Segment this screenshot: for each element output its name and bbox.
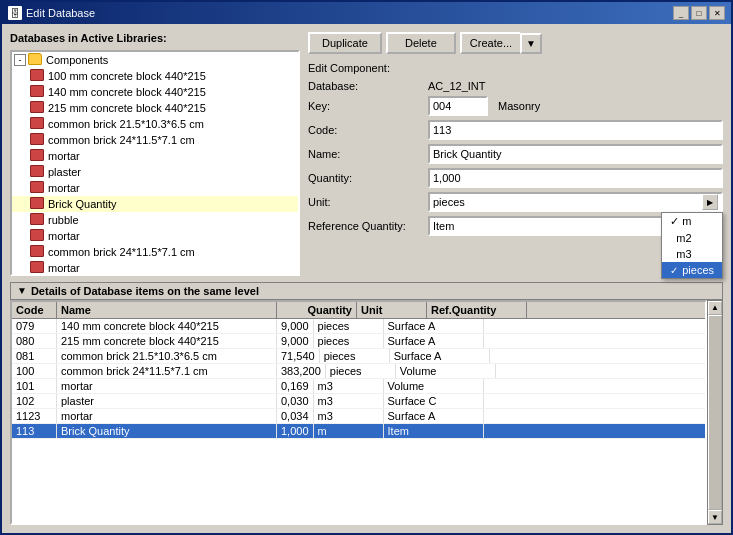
table-cell-unit: m3 xyxy=(314,409,384,423)
key-label: Key: xyxy=(308,100,428,112)
table-cell-code: 1123 xyxy=(12,409,57,423)
tree-item-label: mortar xyxy=(48,182,80,194)
table-row[interactable]: 079140 mm concrete block 440*2159,000pie… xyxy=(12,319,705,334)
tree-root-item[interactable]: - Components xyxy=(12,52,298,68)
duplicate-button[interactable]: Duplicate xyxy=(308,32,382,54)
name-input[interactable] xyxy=(428,144,723,164)
unit-select[interactable]: pieces ▶ xyxy=(428,192,723,212)
unit-dropdown-arrow[interactable]: ▶ xyxy=(702,194,718,210)
col-header-refqty: Ref.Quantity xyxy=(427,302,527,318)
key-row: Key: Masonry xyxy=(308,96,723,116)
tree-item[interactable]: 140 mm concrete block 440*215 xyxy=(12,84,298,100)
maximize-button[interactable]: □ xyxy=(691,6,707,20)
tree-item[interactable]: plaster xyxy=(12,164,298,180)
details-header-label: Details of Database items on the same le… xyxy=(31,285,259,297)
tree-item-icon xyxy=(30,213,46,227)
table-scrollbar[interactable]: ▲ ▼ xyxy=(707,300,723,526)
tree-item[interactable]: rubble xyxy=(12,212,298,228)
code-input[interactable] xyxy=(428,120,723,140)
table-cell-code: 079 xyxy=(12,319,57,333)
tree-item[interactable]: 100 mm concrete block 440*215 xyxy=(12,68,298,84)
scroll-thumb[interactable] xyxy=(708,315,722,511)
table-body[interactable]: 079140 mm concrete block 440*2159,000pie… xyxy=(12,319,705,524)
ref-quantity-label: Reference Quantity: xyxy=(308,220,428,232)
table-row[interactable]: 101mortar0,169m3Volume xyxy=(12,379,705,394)
unit-option-m3[interactable]: m3 xyxy=(662,246,722,262)
tree-item-icon xyxy=(30,197,46,211)
tree-item[interactable]: Brick Quantity xyxy=(12,196,298,212)
tree-item-label: Brick Quantity xyxy=(48,198,116,210)
tree-item[interactable]: mortar xyxy=(12,260,298,276)
unit-option-m2[interactable]: m2 xyxy=(662,230,722,246)
key-extra: Masonry xyxy=(498,100,540,112)
tree-item-icon xyxy=(30,117,46,131)
table-row[interactable]: 113Brick Quantity1,000mItem xyxy=(12,424,705,439)
unit-option-pieces[interactable]: pieces xyxy=(662,262,722,278)
tree-item-label: rubble xyxy=(48,214,79,226)
table-row[interactable]: 1123mortar0,034m3Surface A xyxy=(12,409,705,424)
table-wrapper: Code Name Quantity Unit Ref.Quantity 079… xyxy=(10,300,723,526)
table-cell-unit: pieces xyxy=(326,364,396,378)
window-icon: 🗄 xyxy=(8,6,22,20)
table-cell-code: 113 xyxy=(12,424,57,438)
table-cell-quantity: 0,030 xyxy=(277,394,314,408)
key-input[interactable] xyxy=(428,96,488,116)
table-container: Code Name Quantity Unit Ref.Quantity 079… xyxy=(10,300,707,526)
table-cell-refqty: Surface A xyxy=(384,319,484,333)
table-cell-code: 080 xyxy=(12,334,57,348)
tree-item[interactable]: common brick 21.5*10.3*6.5 cm xyxy=(12,116,298,132)
unit-label: Unit: xyxy=(308,196,428,208)
scroll-up-button[interactable]: ▲ xyxy=(708,301,722,315)
table-cell-code: 101 xyxy=(12,379,57,393)
table-cell-name: 215 mm concrete block 440*215 xyxy=(57,334,277,348)
table-row[interactable]: 080215 mm concrete block 440*2159,000pie… xyxy=(12,334,705,349)
tree-item[interactable]: common brick 24*11.5*7.1 cm xyxy=(12,132,298,148)
database-row: Database: AC_12_INT xyxy=(308,80,723,92)
table-cell-refqty: Volume xyxy=(396,364,496,378)
delete-button[interactable]: Delete xyxy=(386,32,456,54)
tree-item-label: 100 mm concrete block 440*215 xyxy=(48,70,206,82)
close-button[interactable]: ✕ xyxy=(709,6,725,20)
tree-items-container: 100 mm concrete block 440*215140 mm conc… xyxy=(12,68,298,276)
window-content: Databases in Active Libraries: - Compone… xyxy=(2,24,731,533)
table-cell-name: mortar xyxy=(57,379,277,393)
quantity-label: Quantity: xyxy=(308,172,428,184)
table-cell-name: 140 mm concrete block 440*215 xyxy=(57,319,277,333)
tree-item[interactable]: mortar xyxy=(12,180,298,196)
expand-button[interactable]: - xyxy=(14,54,26,66)
col-header-quantity: Quantity xyxy=(277,302,357,318)
tree-item-label: plaster xyxy=(48,166,81,178)
details-header[interactable]: ▼ Details of Database items on the same … xyxy=(10,282,723,300)
create-dropdown-button[interactable]: ▼ xyxy=(520,33,542,54)
window-title: Edit Database xyxy=(26,7,95,19)
scroll-down-button[interactable]: ▼ xyxy=(708,510,722,524)
table-row[interactable]: 100common brick 24*11.5*7.1 cm383,200pie… xyxy=(12,364,705,379)
table-cell-code: 102 xyxy=(12,394,57,408)
tree-item-icon xyxy=(30,245,46,259)
title-bar: 🗄 Edit Database _ □ ✕ xyxy=(2,2,731,24)
tree-item-icon xyxy=(30,133,46,147)
tree-item[interactable]: 215 mm concrete block 440*215 xyxy=(12,100,298,116)
table-cell-unit: m3 xyxy=(314,379,384,393)
quantity-input[interactable] xyxy=(428,168,723,188)
tree-item[interactable]: common brick 24*11.5*7.1 cm xyxy=(12,244,298,260)
table-cell-refqty: Volume xyxy=(384,379,484,393)
minimize-button[interactable]: _ xyxy=(673,6,689,20)
tree-item-label: common brick 21.5*10.3*6.5 cm xyxy=(48,118,204,130)
unit-option-m[interactable]: ✓ m xyxy=(662,213,722,230)
table-header: Code Name Quantity Unit Ref.Quantity xyxy=(12,302,705,319)
create-button[interactable]: Create... xyxy=(460,32,520,54)
table-cell-refqty: Surface A xyxy=(384,409,484,423)
table-cell-unit: pieces xyxy=(320,349,390,363)
table-row[interactable]: 102plaster0,030m3Surface C xyxy=(12,394,705,409)
table-row[interactable]: 081common brick 21.5*10.3*6.5 cm71,540pi… xyxy=(12,349,705,364)
code-row: Code: xyxy=(308,120,723,140)
table-cell-refqty: Item xyxy=(384,424,484,438)
tree-container[interactable]: - Components 100 mm concrete block 440*2… xyxy=(10,50,300,276)
quantity-row: Quantity: xyxy=(308,168,723,188)
right-panel: Duplicate Delete Create... ▼ Edit Compon… xyxy=(308,32,723,276)
title-bar-controls: _ □ ✕ xyxy=(673,6,725,20)
ref-quantity-value: Item xyxy=(433,220,454,232)
tree-item[interactable]: mortar xyxy=(12,228,298,244)
tree-item[interactable]: mortar xyxy=(12,148,298,164)
